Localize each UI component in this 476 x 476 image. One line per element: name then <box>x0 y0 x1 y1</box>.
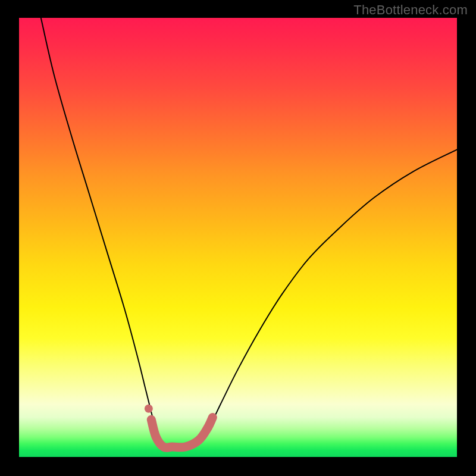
watermark-text: TheBottleneck.com <box>353 2 468 18</box>
chart-frame <box>19 18 457 457</box>
bottleneck-curve <box>41 18 457 447</box>
highlight-dot <box>145 405 153 413</box>
chart-svg <box>19 18 457 457</box>
highlight-segment <box>151 418 212 448</box>
